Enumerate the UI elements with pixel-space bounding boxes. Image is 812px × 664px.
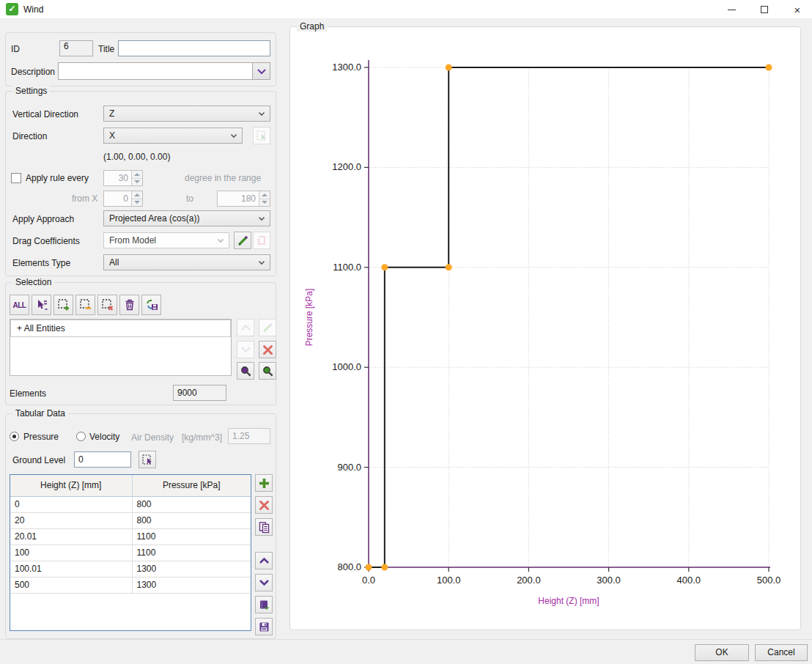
- clear-selection-button[interactable]: [119, 295, 139, 315]
- chevron-down-icon: [258, 260, 265, 265]
- reset-drag-coefficients-button: [253, 232, 270, 249]
- table-cell[interactable]: 20: [10, 512, 132, 528]
- zoom-selection-button[interactable]: [237, 362, 254, 380]
- spin-down-icon[interactable]: [132, 199, 142, 207]
- pressure-radio-label: Pressure: [23, 432, 59, 442]
- chevron-up-icon: [259, 557, 270, 564]
- ground-level-input[interactable]: [74, 451, 131, 468]
- range-to-spinner[interactable]: 180: [217, 191, 270, 207]
- table-row[interactable]: 100.011300: [10, 561, 251, 577]
- table-cell[interactable]: 1300: [132, 577, 251, 593]
- apply-rule-label: Apply rule every: [26, 173, 89, 183]
- save-table-button[interactable]: [255, 618, 273, 635]
- saved-selection-icon: [145, 298, 158, 311]
- pressure-radio[interactable]: [10, 432, 19, 441]
- table-cell[interactable]: 1100: [132, 528, 251, 545]
- settings-groupbox: Settings Vertical Direction Z Direction …: [5, 91, 276, 276]
- close-icon: ×: [794, 4, 801, 15]
- remove-selection-button[interactable]: [97, 295, 117, 315]
- chevron-down-icon: [258, 111, 265, 117]
- table-cell[interactable]: 500: [10, 577, 132, 593]
- move-row-up-button[interactable]: [255, 552, 273, 569]
- description-dropdown-button[interactable]: [252, 63, 270, 79]
- vertical-direction-label: Vertical Direction: [12, 109, 78, 119]
- table-cell[interactable]: 100: [10, 545, 132, 561]
- direction-combobox[interactable]: X: [103, 128, 243, 144]
- selection-listbox[interactable]: + All Entities: [10, 319, 232, 376]
- elements-type-combobox[interactable]: All: [103, 254, 270, 270]
- column-header-height[interactable]: Height (Z) [mm]: [10, 475, 132, 496]
- column-header-pressure[interactable]: Pressure [kPa]: [132, 475, 251, 496]
- saved-selections-button[interactable]: [141, 295, 161, 315]
- apply-rule-step-spinner[interactable]: 30: [103, 170, 143, 186]
- table-cell[interactable]: 0: [10, 496, 132, 512]
- spin-down-icon[interactable]: [132, 178, 142, 186]
- table-row[interactable]: 20.011100: [10, 528, 251, 545]
- svg-text:1000.0: 1000.0: [332, 361, 361, 372]
- move-row-down-button[interactable]: [255, 574, 273, 591]
- description-combobox[interactable]: [58, 62, 270, 80]
- edit-drag-coefficients-button[interactable]: [234, 232, 251, 249]
- magnifier-green-icon: [262, 365, 274, 377]
- table-cell[interactable]: 100.01: [10, 561, 132, 577]
- spin-up-icon[interactable]: [132, 191, 142, 199]
- table-cell[interactable]: 800: [132, 512, 251, 528]
- id-field: 6: [59, 40, 93, 56]
- add-selection-button[interactable]: [53, 295, 73, 315]
- elements-type-label: Elements Type: [12, 258, 70, 268]
- drag-coefficients-combobox: From Model: [103, 232, 229, 248]
- subtract-selection-button[interactable]: [75, 295, 95, 315]
- svg-text:Height (Z) [mm]: Height (Z) [mm]: [538, 596, 599, 606]
- maximize-button[interactable]: [750, 0, 779, 19]
- apply-approach-combobox[interactable]: Projected Area (cos(a)): [103, 210, 270, 226]
- table-row[interactable]: 0800: [10, 496, 251, 512]
- close-button[interactable]: ×: [783, 0, 812, 19]
- table-cell[interactable]: 800: [132, 496, 251, 512]
- velocity-radio[interactable]: [76, 432, 86, 441]
- table-cell[interactable]: 1100: [132, 545, 251, 561]
- ground-level-pick-button[interactable]: [139, 451, 156, 468]
- cursor-list-icon: [35, 298, 48, 311]
- spin-up-icon[interactable]: [259, 191, 270, 199]
- delete-row-button[interactable]: [255, 496, 273, 514]
- settings-caption: Settings: [12, 86, 50, 96]
- air-density-unit-label: [kg/mm^3]: [182, 432, 222, 443]
- tabular-data-caption: Tabular Data: [12, 408, 68, 418]
- spin-up-icon[interactable]: [132, 171, 142, 178]
- pencil-icon: [262, 322, 273, 333]
- table-cell[interactable]: 1300: [132, 561, 251, 577]
- elements-label: Elements: [10, 388, 46, 399]
- paste-table-button[interactable]: [255, 518, 273, 536]
- add-row-button[interactable]: [255, 474, 273, 492]
- title-input[interactable]: [118, 40, 270, 56]
- list-item[interactable]: + All Entities: [10, 320, 231, 337]
- maximize-icon: [761, 6, 768, 13]
- graph-groupbox: Graph 0.0100.0200.0300.0400.0500.0800.09…: [289, 26, 801, 630]
- ok-button[interactable]: OK: [695, 644, 749, 661]
- apply-rule-checkbox[interactable]: [11, 173, 21, 183]
- table-row[interactable]: 1001100: [10, 545, 251, 561]
- minimize-button[interactable]: [717, 0, 746, 19]
- svg-text:1200.0: 1200.0: [332, 161, 361, 172]
- pick-from-model-icon: [141, 454, 154, 466]
- table-row[interactable]: 20800: [10, 512, 251, 528]
- zoom-fit-button[interactable]: [259, 362, 276, 380]
- range-from-spinner[interactable]: 0: [103, 191, 143, 207]
- chevron-down-icon: [240, 346, 251, 353]
- vertical-direction-combobox[interactable]: Z: [103, 106, 270, 122]
- select-by-list-button[interactable]: [32, 295, 51, 315]
- select-all-button[interactable]: ALL: [10, 295, 29, 315]
- pressure-height-chart: 0.0100.0200.0300.0400.0500.0800.0900.010…: [290, 27, 800, 630]
- pressure-table[interactable]: Height (Z) [mm] Pressure [kPa] 080020800…: [10, 474, 251, 631]
- wind-check-icon: ✓: [6, 3, 18, 15]
- table-row[interactable]: 5001300: [10, 577, 251, 593]
- spin-down-icon[interactable]: [259, 199, 270, 207]
- cancel-button[interactable]: Cancel: [755, 644, 808, 661]
- table-cell[interactable]: 20.01: [10, 528, 132, 545]
- import-table-button[interactable]: [255, 596, 273, 613]
- direction-vector-text: (1.00, 0.00, 0.00): [103, 152, 170, 162]
- clipboard-paste-icon: [258, 521, 270, 534]
- svg-text:Pressure [kPa]: Pressure [kPa]: [304, 289, 314, 347]
- to-label: to: [186, 193, 193, 204]
- delete-selection-item-button[interactable]: [259, 341, 276, 358]
